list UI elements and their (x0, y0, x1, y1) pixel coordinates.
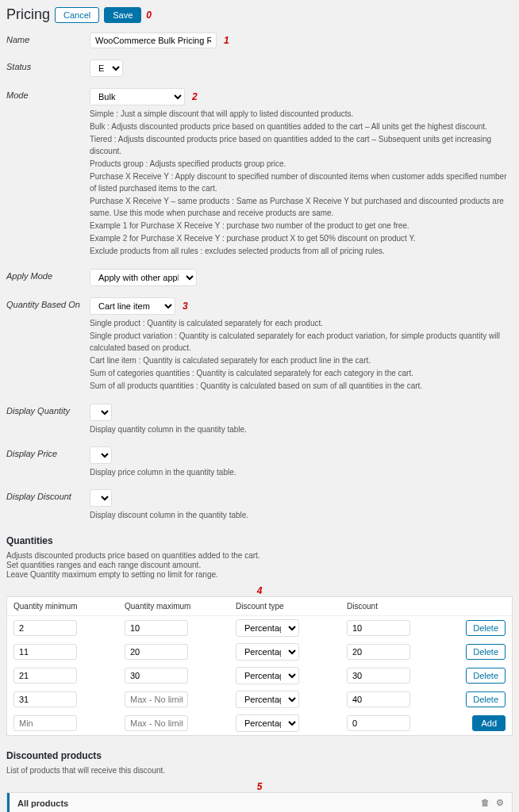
trash-icon[interactable]: 🗑 (481, 798, 490, 808)
qty-type-select[interactable]: Percentage discount (236, 619, 299, 637)
annotation-0: 0 (146, 10, 152, 21)
disp-price-select[interactable]: Yes (90, 446, 112, 464)
qty-type-select[interactable]: Percentage discount (236, 667, 299, 684)
qty-based-label: Quantity Based On (6, 297, 90, 309)
qty-disc-input[interactable] (347, 668, 410, 684)
name-label: Name (6, 33, 90, 44)
delete-button[interactable]: Delete (466, 620, 506, 636)
col-type: Discount type (236, 602, 347, 611)
delete-button[interactable]: Delete (466, 668, 506, 684)
qty-min-input[interactable] (13, 620, 77, 636)
qty-row: Percentage discount Delete (7, 640, 512, 664)
qty-row: Percentage discount Delete (7, 616, 512, 640)
qty-based-select[interactable]: Cart line item (90, 297, 175, 315)
qty-min-input[interactable] (13, 715, 77, 731)
quantities-title: Quantities (6, 535, 513, 546)
name-input[interactable] (90, 33, 217, 48)
disp-price-help: Display price column in the quantity tab… (90, 466, 513, 478)
quantities-table: Quantity minimum Quantity maximum Discou… (6, 596, 513, 736)
status-select[interactable]: Enabled (90, 59, 123, 77)
qty-type-select[interactable]: Percentage discount (236, 691, 299, 708)
mode-label: Mode (6, 88, 90, 100)
apply-mode-select[interactable]: Apply with other applicable rules (90, 269, 197, 286)
qty-max-input[interactable] (125, 644, 188, 660)
qty-min-input[interactable] (13, 691, 77, 707)
annotation-1: 1 (224, 35, 229, 46)
qty-min-input[interactable] (13, 668, 77, 684)
col-min: Quantity minimum (13, 602, 125, 611)
cancel-button[interactable]: Cancel (55, 7, 99, 23)
add-row-button[interactable]: Add (472, 715, 506, 731)
mode-help: Simple : Just a simple discount that wil… (90, 108, 513, 257)
gear-icon[interactable]: ⚙ (496, 798, 504, 808)
disp-price-label: Display Price (6, 446, 90, 458)
qty-disc-input[interactable] (347, 620, 410, 636)
quantities-desc: Adjusts discounted products price based … (6, 551, 513, 579)
discounted-panel: All products 🗑 ⚙ All products ▾ (6, 792, 513, 812)
disp-disc-select[interactable]: Yes (90, 489, 112, 507)
discounted-title: Discounted products (6, 750, 513, 761)
qty-type-select[interactable]: Percentage discount (236, 643, 299, 661)
disp-qty-label: Display Quantity (6, 404, 90, 416)
annotation-3: 3 (183, 301, 188, 312)
qty-max-input[interactable] (125, 668, 188, 684)
qty-max-input[interactable] (125, 620, 188, 636)
qty-row: Percentage discount Add (7, 711, 512, 735)
discounted-desc: List of products that will receive this … (6, 766, 513, 775)
qty-row: Percentage discount Delete (7, 664, 512, 688)
qty-based-help: Single product : Quantity is calculated … (90, 317, 513, 392)
col-max: Quantity maximum (125, 602, 236, 611)
qty-min-input[interactable] (13, 644, 77, 660)
disp-disc-label: Display Discount (6, 489, 90, 501)
annotation-5: 5 (257, 781, 263, 792)
disp-qty-help: Display quantity column in the quantity … (90, 423, 513, 435)
qty-disc-input[interactable] (347, 715, 410, 731)
page-title: Pricing (6, 6, 50, 23)
status-label: Status (6, 59, 90, 71)
delete-button[interactable]: Delete (466, 691, 506, 707)
apply-mode-label: Apply Mode (6, 269, 90, 281)
save-button[interactable]: Save (104, 7, 141, 23)
qty-disc-input[interactable] (347, 691, 410, 707)
delete-button[interactable]: Delete (466, 644, 506, 660)
qty-max-input[interactable] (125, 691, 188, 707)
qty-disc-input[interactable] (347, 644, 410, 660)
col-disc: Discount (347, 602, 458, 611)
qty-row: Percentage discount Delete (7, 688, 512, 711)
qty-type-select[interactable]: Percentage discount (236, 714, 299, 732)
disp-disc-help: Display discount column in the quantity … (90, 509, 513, 521)
disp-qty-select[interactable]: Yes (90, 404, 112, 421)
qty-max-input[interactable] (125, 715, 188, 731)
mode-select[interactable]: Bulk (90, 88, 185, 105)
annotation-2: 2 (192, 91, 198, 102)
annotation-4: 4 (257, 585, 263, 596)
panel-title: All products (17, 799, 68, 808)
